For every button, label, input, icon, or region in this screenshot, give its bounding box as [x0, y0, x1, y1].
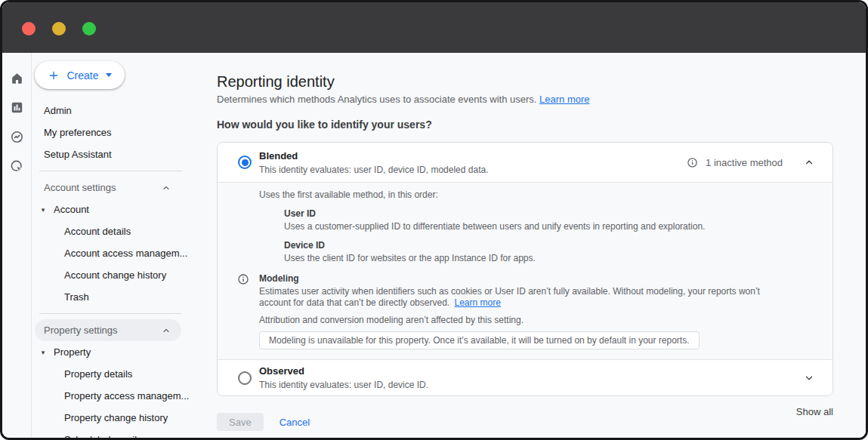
create-button-label: Create	[66, 69, 98, 82]
observed-subtitle: This identity evaluates: user ID, device…	[259, 380, 428, 390]
sidebar-item-label: Account access managem...	[64, 248, 187, 259]
caret-down-icon[interactable]: ▾	[39, 206, 47, 214]
maximize-window-button[interactable]	[82, 22, 96, 35]
modeling-description-text: Estimates user activity when identifiers…	[259, 286, 760, 308]
method-user-id: User ID Uses a customer-supplied ID to d…	[284, 208, 814, 232]
chevron-up-icon[interactable]	[162, 326, 171, 335]
page-description: Determines which methods Analytics uses …	[217, 94, 833, 106]
reporting-identity-card: Blended This identity evaluates: user ID…	[217, 142, 833, 396]
sidebar-item-label: Scheduled emails	[64, 434, 142, 438]
sidebar-item-setup-assistant[interactable]: Setup Assistant	[32, 143, 200, 165]
info-icon[interactable]	[687, 157, 698, 168]
show-all-link[interactable]: Show all	[796, 406, 833, 417]
method-description: Uses a customer-supplied ID to different…	[284, 221, 814, 232]
observed-radio[interactable]	[238, 371, 252, 385]
tree-group-account[interactable]: ▾ Account	[32, 198, 200, 220]
blended-radio[interactable]	[238, 155, 252, 169]
cancel-button[interactable]: Cancel	[280, 417, 310, 428]
sidebar-item-account-details[interactable]: Account details	[32, 220, 200, 242]
sidebar-item-trash[interactable]: Trash	[32, 286, 200, 308]
tree-group-label: Account	[54, 204, 89, 215]
admin-sidebar: Create Admin My preferences Setup Assist…	[32, 53, 200, 438]
section-label: Property settings	[44, 325, 118, 336]
blended-intro: Uses the first available method, in this…	[259, 189, 814, 201]
method-name: Modeling	[259, 273, 814, 285]
close-window-button[interactable]	[22, 22, 36, 35]
sidebar-item-label: Property change history	[64, 412, 168, 423]
chevron-up-icon[interactable]	[162, 183, 171, 192]
method-name: Device ID	[284, 240, 814, 251]
window-titlebar	[2, 2, 866, 53]
sidebar-item-label: Setup Assistant	[44, 149, 112, 160]
blended-subtitle: This identity evaluates: user ID, device…	[259, 165, 489, 175]
tree-group-property[interactable]: ▾ Property	[32, 341, 200, 363]
sidebar-item-property-access-management[interactable]: Property access managem...	[32, 385, 200, 407]
tree-group-label: Property	[54, 346, 91, 358]
explore-icon[interactable]	[10, 130, 24, 144]
option-blended[interactable]: Blended This identity evaluates: user ID…	[218, 143, 832, 182]
page-description-text: Determines which methods Analytics uses …	[217, 94, 536, 105]
sidebar-item-label: Admin	[44, 105, 72, 116]
option-observed[interactable]: Observed This identity evaluates: user I…	[218, 360, 832, 395]
section-label: Account settings	[44, 182, 116, 193]
observed-label: Observed	[259, 365, 428, 377]
blended-details-panel: Uses the first available method, in this…	[218, 182, 832, 360]
sidebar-item-scheduled-emails[interactable]: Scheduled emails	[32, 429, 200, 438]
learn-more-link[interactable]: Learn more	[539, 94, 589, 105]
home-icon[interactable]	[10, 71, 24, 85]
sidebar-divider	[39, 313, 182, 314]
sidebar-item-label: Account change history	[64, 269, 166, 281]
sidebar-item-label: My preferences	[44, 127, 112, 138]
sidebar-item-admin[interactable]: Admin	[32, 100, 200, 122]
method-description: Uses the client ID for websites or the a…	[284, 253, 814, 264]
advertising-icon[interactable]	[10, 159, 24, 174]
app-window: Create Admin My preferences Setup Assist…	[0, 0, 868, 440]
reports-icon[interactable]	[10, 100, 24, 115]
info-icon[interactable]	[237, 273, 249, 288]
main-content: Reporting identity Determines which meth…	[200, 53, 866, 438]
sidebar-item-property-details[interactable]: Property details	[32, 363, 200, 385]
create-dropdown-icon[interactable]	[106, 73, 112, 77]
sidebar-item-account-change-history[interactable]: Account change history	[32, 264, 200, 286]
method-device-id: Device ID Uses the client ID for website…	[284, 240, 814, 264]
sidebar-item-label: Trash	[64, 291, 89, 303]
sidebar-item-label: Account details	[64, 226, 131, 237]
plus-icon	[48, 69, 60, 82]
sidebar-item-label: Property details	[64, 368, 132, 380]
nav-rail	[2, 53, 32, 438]
section-account-settings[interactable]: Account settings	[35, 177, 181, 198]
sidebar-divider	[39, 171, 182, 171]
blended-label: Blended	[259, 150, 489, 162]
chevron-down-icon[interactable]	[804, 373, 814, 383]
minimize-window-button[interactable]	[52, 22, 66, 35]
traffic-lights	[22, 22, 96, 35]
method-modeling: Modeling Estimates user activity when id…	[259, 273, 814, 349]
caret-down-icon[interactable]: ▾	[39, 349, 47, 356]
sidebar-item-label: Property access managem...	[64, 390, 189, 402]
learn-more-link[interactable]: Learn more	[455, 297, 501, 308]
save-button[interactable]: Save	[217, 413, 264, 431]
identity-question: How would you like to identify your user…	[217, 118, 833, 131]
observed-expand-chevron	[804, 373, 814, 383]
create-button[interactable]: Create	[35, 61, 125, 89]
modeling-description: Estimates user activity when identifiers…	[259, 286, 782, 309]
card-footer: Save Cancel Show all	[217, 406, 833, 431]
blended-collapse-chevron	[804, 157, 814, 168]
sidebar-item-account-access-management[interactable]: Account access managem...	[32, 242, 200, 264]
chevron-up-icon[interactable]	[804, 157, 814, 168]
modeling-unavailable-box: Modeling is unavailable for this propert…	[259, 331, 700, 349]
page-title: Reporting identity	[217, 72, 833, 91]
sidebar-item-my-preferences[interactable]: My preferences	[32, 122, 200, 143]
modeling-note: Attribution and conversion modeling aren…	[259, 315, 814, 326]
sidebar-item-property-change-history[interactable]: Property change history	[32, 407, 200, 429]
section-property-settings[interactable]: Property settings	[35, 319, 181, 341]
inactive-method-badge: 1 inactive method	[706, 157, 783, 168]
method-name: User ID	[284, 208, 814, 220]
